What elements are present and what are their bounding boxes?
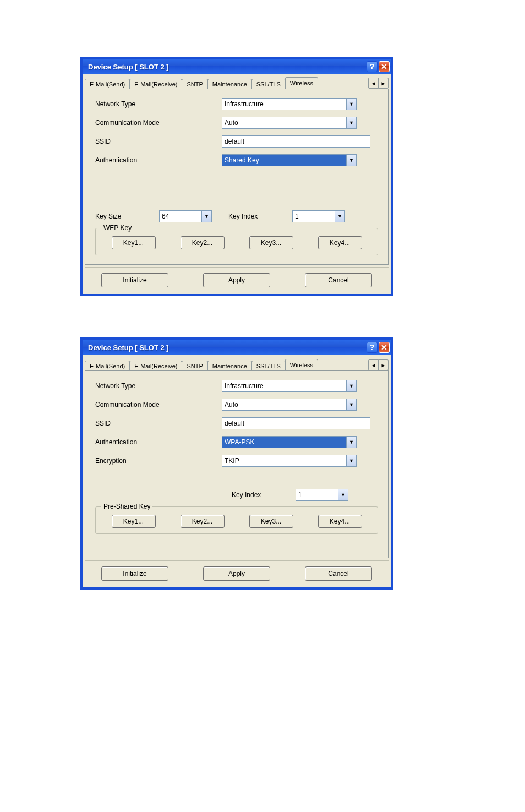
encryption-label: Encryption <box>95 457 222 465</box>
dialog-footer: Initialize Apply Cancel <box>85 560 389 584</box>
dropdown-arrow-icon: ▼ <box>202 210 212 222</box>
cancel-button[interactable]: Cancel <box>305 566 372 581</box>
window-title: Device Setup [ SLOT 2 ] <box>88 63 169 71</box>
dropdown-arrow-icon: ▼ <box>347 154 357 166</box>
ssid-label: SSID <box>95 419 222 427</box>
comm-mode-value: Auto <box>222 399 347 411</box>
wireless-panel: Network Type Infrastructure ▼ Communicat… <box>85 370 389 558</box>
key-size-select[interactable]: 64 ▼ <box>159 210 212 222</box>
apply-button[interactable]: Apply <box>203 273 270 287</box>
key-index-select[interactable]: 1 ▼ <box>296 489 348 501</box>
wep-key-group-title: WEP Key <box>101 224 134 232</box>
initialize-button[interactable]: Initialize <box>101 566 168 581</box>
wep-key-group: WEP Key Key1... Key2... Key3... Key4... <box>95 228 378 255</box>
comm-mode-label: Communication Mode <box>95 119 222 127</box>
tab-email-receive[interactable]: E-Mail(Receive) <box>129 361 182 370</box>
initialize-button[interactable]: Initialize <box>101 273 168 287</box>
key-index-value: 1 <box>296 489 338 501</box>
auth-value: WPA-PSK <box>222 436 347 448</box>
tab-maintenance[interactable]: Maintenance <box>207 361 252 370</box>
dropdown-arrow-icon: ▼ <box>335 210 345 222</box>
help-button[interactable]: ? <box>367 61 378 72</box>
cancel-button[interactable]: Cancel <box>305 273 372 287</box>
tab-sntp[interactable]: SNTP <box>182 79 207 89</box>
dropdown-arrow-icon: ▼ <box>347 455 357 467</box>
tab-scroll-right-button[interactable]: ► <box>378 78 389 89</box>
dialog-footer: Initialize Apply Cancel <box>85 267 389 291</box>
comm-mode-select[interactable]: Auto ▼ <box>222 399 357 411</box>
auth-label: Authentication <box>95 438 222 446</box>
help-button[interactable]: ? <box>367 342 378 353</box>
dropdown-arrow-icon: ▼ <box>338 489 348 501</box>
network-type-value: Infrastructure <box>222 380 347 392</box>
dropdown-arrow-icon: ▼ <box>347 399 357 411</box>
tab-ssl-tls[interactable]: SSL/TLS <box>251 361 286 370</box>
key-index-label: Key Index <box>228 212 282 220</box>
key-size-label: Key Size <box>95 212 149 220</box>
chevron-right-icon: ► <box>381 80 386 86</box>
tab-ssl-tls[interactable]: SSL/TLS <box>251 79 286 89</box>
tab-scroll-right-button[interactable]: ► <box>378 359 389 370</box>
tab-email-send[interactable]: E-Mail(Send) <box>85 79 130 89</box>
comm-mode-value: Auto <box>222 117 347 129</box>
device-setup-dialog-1: Device Setup [ SLOT 2 ] ? ✕ E-Mail(Send)… <box>81 57 392 296</box>
chevron-left-icon: ◄ <box>371 80 376 86</box>
ssid-input[interactable]: default <box>222 417 370 429</box>
key4-button[interactable]: Key4... <box>318 236 362 249</box>
tab-email-receive[interactable]: E-Mail(Receive) <box>129 79 182 89</box>
auth-select[interactable]: Shared Key ▼ <box>222 154 357 166</box>
tabstrip: E-Mail(Send) E-Mail(Receive) SNTP Mainte… <box>85 77 389 89</box>
tabstrip: E-Mail(Send) E-Mail(Receive) SNTP Mainte… <box>85 357 389 370</box>
titlebar[interactable]: Device Setup [ SLOT 2 ] ? ✕ <box>83 340 391 355</box>
apply-button[interactable]: Apply <box>203 566 270 581</box>
encryption-select[interactable]: TKIP ▼ <box>222 455 357 467</box>
tab-maintenance[interactable]: Maintenance <box>207 79 252 89</box>
ssid-label: SSID <box>95 138 222 145</box>
dropdown-arrow-icon: ▼ <box>347 380 357 392</box>
key-index-value: 1 <box>292 210 335 222</box>
key3-button[interactable]: Key3... <box>249 515 293 528</box>
wireless-panel: Network Type Infrastructure ▼ Communicat… <box>85 89 389 265</box>
tab-sntp[interactable]: SNTP <box>182 361 207 370</box>
network-type-value: Infrastructure <box>222 98 347 110</box>
network-type-label: Network Type <box>95 382 222 390</box>
comm-mode-label: Communication Mode <box>95 401 222 408</box>
help-icon: ? <box>370 343 375 352</box>
key1-button[interactable]: Key1... <box>112 515 156 528</box>
chevron-right-icon: ► <box>381 362 386 368</box>
tab-wireless[interactable]: Wireless <box>285 359 318 370</box>
chevron-left-icon: ◄ <box>371 362 376 368</box>
auth-value: Shared Key <box>222 154 347 166</box>
comm-mode-select[interactable]: Auto ▼ <box>222 117 357 129</box>
dropdown-arrow-icon: ▼ <box>347 98 357 110</box>
key3-button[interactable]: Key3... <box>249 236 293 249</box>
close-icon: ✕ <box>381 343 387 352</box>
key2-button[interactable]: Key2... <box>181 515 225 528</box>
help-icon: ? <box>370 62 375 71</box>
key1-button[interactable]: Key1... <box>112 236 156 249</box>
network-type-select[interactable]: Infrastructure ▼ <box>222 98 357 110</box>
key-size-value: 64 <box>159 210 202 222</box>
close-button[interactable]: ✕ <box>379 342 390 353</box>
key-index-label: Key Index <box>232 491 286 499</box>
device-setup-dialog-2: Device Setup [ SLOT 2 ] ? ✕ E-Mail(Send)… <box>81 338 392 589</box>
auth-label: Authentication <box>95 156 222 164</box>
network-type-select[interactable]: Infrastructure ▼ <box>222 380 357 392</box>
psk-group-title: Pre-Shared Key <box>101 503 152 510</box>
dropdown-arrow-icon: ▼ <box>347 117 357 129</box>
close-button[interactable]: ✕ <box>379 61 390 72</box>
key2-button[interactable]: Key2... <box>181 236 225 249</box>
tab-wireless[interactable]: Wireless <box>285 77 318 89</box>
encryption-value: TKIP <box>222 455 347 467</box>
key4-button[interactable]: Key4... <box>318 515 362 528</box>
titlebar[interactable]: Device Setup [ SLOT 2 ] ? ✕ <box>83 59 391 74</box>
auth-select[interactable]: WPA-PSK ▼ <box>222 436 357 448</box>
psk-group: Pre-Shared Key Key1... Key2... Key3... K… <box>95 506 378 534</box>
tab-email-send[interactable]: E-Mail(Send) <box>85 361 130 370</box>
tab-scroll-left-button[interactable]: ◄ <box>368 359 379 370</box>
ssid-input[interactable]: default <box>222 135 370 148</box>
window-title: Device Setup [ SLOT 2 ] <box>88 344 169 352</box>
key-index-select[interactable]: 1 ▼ <box>292 210 345 222</box>
dropdown-arrow-icon: ▼ <box>347 436 357 448</box>
tab-scroll-left-button[interactable]: ◄ <box>368 78 379 89</box>
